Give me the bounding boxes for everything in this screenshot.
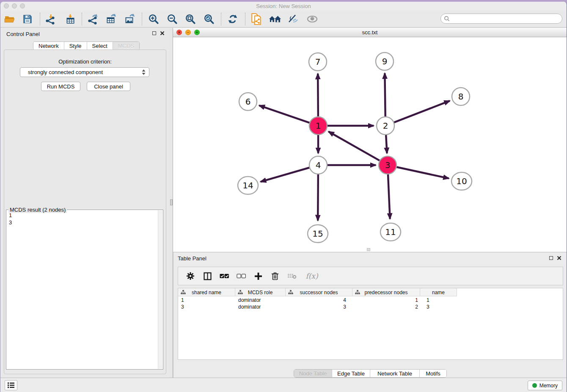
column-label: shared name — [192, 290, 221, 295]
houses-button[interactable] — [268, 12, 282, 26]
table-row[interactable]: 3 dominator 3 2 3 — [178, 304, 457, 310]
export-image-button[interactable] — [122, 12, 137, 26]
zoom-in-button[interactable] — [146, 12, 161, 26]
search-icon — [444, 16, 450, 22]
tab-node-table[interactable]: Node Table — [294, 370, 332, 377]
node-label-3: 3 — [385, 160, 391, 170]
add-column-button[interactable] — [253, 271, 264, 282]
import-table-button[interactable] — [63, 12, 77, 26]
node-label-15: 15 — [312, 229, 323, 239]
export-network-icon — [87, 14, 98, 25]
network-window-titlebar: × − + scc.txt — [173, 28, 567, 37]
node-label-2: 2 — [383, 121, 388, 131]
search-input[interactable] — [452, 15, 562, 22]
tab-mcds[interactable]: MCDS — [113, 42, 139, 50]
export-network-button[interactable] — [85, 12, 100, 26]
tab-network-table[interactable]: Network Table — [370, 370, 420, 377]
cell-shared-name: 1 — [178, 297, 235, 304]
save-session-button[interactable] — [20, 12, 35, 26]
column-header-name[interactable]: name — [420, 288, 457, 296]
task-history-button[interactable] — [5, 380, 17, 390]
memory-status-dot — [532, 383, 537, 388]
edge-3-1[interactable] — [328, 132, 380, 161]
checked-boxes-icon — [220, 273, 229, 279]
criterion-select[interactable]: strongly connected component — [20, 67, 149, 77]
cell-shared-name: 3 — [178, 304, 235, 310]
export-table-button[interactable] — [104, 12, 118, 26]
result-scrollbar[interactable] — [158, 210, 162, 369]
canvas-resize-handle[interactable] — [367, 248, 370, 251]
run-mcds-button[interactable]: Run MCDS — [41, 82, 80, 91]
plus-icon — [254, 272, 262, 280]
memory-button[interactable]: Memory — [528, 381, 562, 390]
table-panel: Table Panel — [173, 252, 567, 378]
column-label: MCDS role — [248, 290, 273, 295]
edge-1-7[interactable] — [318, 74, 318, 118]
tab-select[interactable]: Select — [87, 42, 113, 50]
function-builder-button[interactable]: f(x) — [303, 271, 320, 282]
tab-style[interactable]: Style — [64, 42, 87, 50]
vertical-splitter[interactable] — [170, 28, 173, 378]
select-all-button[interactable] — [219, 271, 230, 282]
toolbar-separator — [221, 13, 221, 25]
edge-4-14[interactable] — [261, 167, 311, 182]
column-header-shared-name[interactable]: shared name — [178, 288, 235, 296]
column-chooser-button[interactable] — [202, 271, 213, 282]
open-session-button[interactable] — [3, 12, 17, 26]
table-panel-title: Table Panel — [178, 255, 206, 262]
optimization-criterion-label: Optimization criterion: — [4, 58, 166, 65]
delete-table-button[interactable] — [286, 271, 297, 282]
cell-mcds-role: dominator — [235, 297, 286, 304]
hide-graphics-details-button[interactable] — [286, 12, 300, 26]
control-panel: Control Panel Network Style Select MCDS … — [0, 28, 170, 378]
zoom-fit-button[interactable] — [183, 12, 198, 26]
import-network-button[interactable] — [43, 12, 58, 26]
toolbar-separator — [40, 13, 40, 25]
zoom-out-button[interactable] — [165, 12, 179, 26]
edge-3-11[interactable] — [388, 173, 390, 219]
column-header-mcds-role[interactable]: MCDS role — [235, 288, 286, 296]
edge-1-6[interactable] — [259, 105, 311, 123]
edge-2-3[interactable] — [386, 134, 387, 153]
houses-icon — [269, 14, 281, 24]
search-box — [440, 14, 562, 24]
zoom-out-icon — [167, 14, 178, 25]
refresh-view-button[interactable] — [226, 12, 240, 26]
cell-predecessor-nodes: 2 — [352, 304, 420, 310]
column-header-successor-nodes[interactable]: successor nodes — [286, 288, 352, 296]
edge-2-8[interactable] — [393, 101, 450, 123]
network-title: scc.txt — [173, 29, 567, 36]
edge-4-15[interactable] — [318, 173, 318, 221]
table-panel-header: Table Panel — [173, 252, 567, 264]
node-label-8: 8 — [458, 91, 464, 102]
mcds-result-title: MCDS result (2 nodes) — [8, 207, 67, 213]
splitter-handle[interactable] — [170, 199, 173, 205]
network-canvas[interactable]: 1234678910111415 — [173, 37, 566, 252]
tab-edge-table[interactable]: Edge Table — [332, 370, 370, 377]
tab-motifs[interactable]: Motifs — [420, 370, 446, 377]
column-label: name — [432, 290, 445, 295]
float-panel-icon[interactable] — [152, 31, 156, 35]
cell-successor-nodes: 3 — [286, 304, 352, 310]
control-panel-tabs: Network Style Select MCDS — [33, 41, 140, 50]
column-header-predecessor-nodes[interactable]: predecessor nodes — [352, 288, 420, 296]
delete-column-button[interactable] — [270, 271, 281, 282]
unselect-all-button[interactable] — [236, 271, 247, 282]
zoom-selected-button[interactable] — [202, 12, 216, 26]
tab-network[interactable]: Network — [33, 42, 64, 50]
open-folder-icon — [4, 14, 15, 24]
network-graph[interactable]: 1234678910111415 — [173, 37, 567, 252]
close-table-panel-icon[interactable] — [557, 256, 561, 260]
float-table-panel-icon[interactable] — [549, 256, 553, 260]
edge-2-9[interactable] — [385, 73, 385, 118]
node-label-7: 7 — [315, 57, 321, 67]
close-panel-icon[interactable] — [160, 31, 165, 36]
unchecked-boxes-icon — [237, 273, 246, 279]
new-network-from-file-button[interactable] — [249, 12, 264, 26]
table-row[interactable]: 1 dominator 4 1 1 — [178, 297, 457, 304]
node-label-9: 9 — [382, 56, 388, 66]
show-graphics-details-button[interactable] — [305, 12, 319, 26]
table-settings-button[interactable] — [185, 271, 196, 282]
edge-3-10[interactable] — [396, 167, 449, 178]
close-panel-button[interactable]: Close panel — [87, 82, 130, 91]
